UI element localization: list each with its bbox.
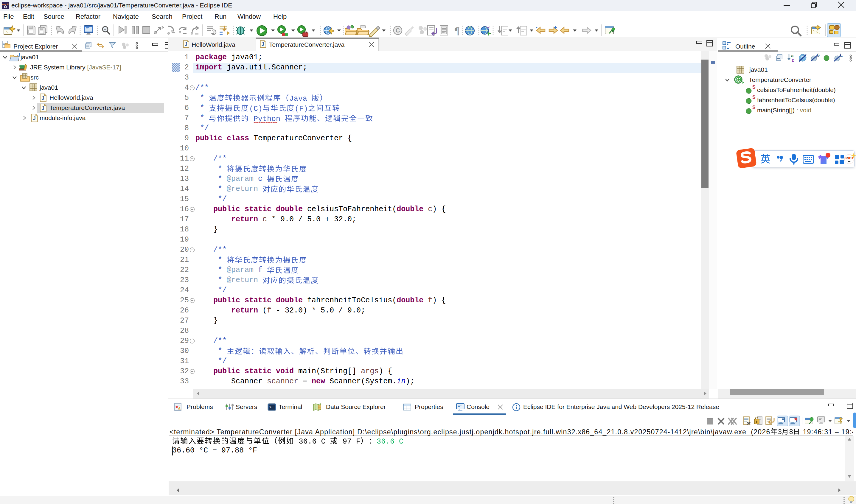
svg-text:J: J xyxy=(41,95,44,101)
svg-text:J: J xyxy=(17,53,20,57)
svg-text:S: S xyxy=(752,95,755,100)
svg-text:z: z xyxy=(792,57,794,62)
svg-text:J: J xyxy=(41,105,44,111)
svg-text:J: J xyxy=(185,42,188,47)
svg-text:J: J xyxy=(262,42,264,47)
svg-text:C: C xyxy=(396,27,400,34)
svg-text:J: J xyxy=(33,115,35,121)
svg-text:S: S xyxy=(752,105,755,110)
svg-text:¶: ¶ xyxy=(455,25,460,36)
svg-text:>_: >_ xyxy=(269,406,274,410)
svg-text:Java EE: Java EE xyxy=(2,3,9,6)
svg-text:C: C xyxy=(736,77,741,83)
svg-text:S: S xyxy=(752,85,755,90)
